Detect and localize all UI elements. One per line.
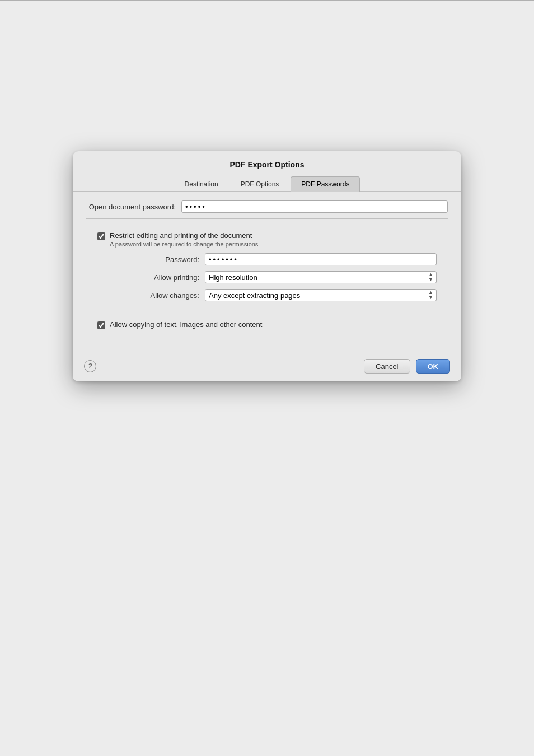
tab-destination[interactable]: Destination: [174, 176, 229, 192]
allow-copy-row: Allow copying of text, images and other …: [97, 320, 437, 329]
restrict-checkbox-sub: A password will be required to change th…: [110, 241, 258, 248]
allow-changes-select-wrapper: None Inserting, deleting and rotating pa…: [205, 289, 437, 301]
restrict-checkbox-row: Restrict editing and printing of the doc…: [97, 231, 437, 248]
restrict-checkbox[interactable]: [97, 232, 105, 240]
restrict-form-fields: Password: Allow printing: None Low resol…: [110, 253, 437, 301]
cancel-button[interactable]: Cancel: [364, 359, 410, 374]
ok-button[interactable]: OK: [416, 359, 451, 374]
permissions-password-row: Password:: [110, 253, 437, 265]
restrict-section: Restrict editing and printing of the doc…: [86, 225, 448, 315]
open-password-label: Open document password:: [86, 203, 181, 211]
dialog-title: PDF Export Options: [73, 151, 461, 176]
restrict-checkbox-label: Restrict editing and printing of the doc…: [110, 231, 258, 240]
tab-pdf-options[interactable]: PDF Options: [230, 176, 290, 192]
divider: [86, 218, 448, 219]
allow-printing-select[interactable]: None Low resolution High resolution: [205, 271, 437, 283]
allow-copy-checkbox[interactable]: [97, 321, 105, 329]
allow-printing-select-wrapper: None Low resolution High resolution ▲▼: [205, 271, 437, 283]
permissions-password-input[interactable]: [205, 253, 437, 265]
allow-copy-section: Allow copying of text, images and other …: [86, 315, 448, 340]
dialog-window: PDF Export Options Destination PDF Optio…: [73, 151, 461, 381]
top-border: [0, 0, 534, 1]
allow-changes-select[interactable]: None Inserting, deleting and rotating pa…: [205, 289, 437, 301]
allow-changes-label: Allow changes:: [110, 291, 205, 300]
allow-copy-label: Allow copying of text, images and other …: [110, 320, 262, 329]
allow-printing-row: Allow printing: None Low resolution High…: [110, 271, 437, 283]
footer-left: ?: [84, 360, 96, 372]
dialog-footer: ? Cancel OK: [73, 352, 461, 381]
open-password-input[interactable]: [181, 200, 448, 213]
help-button[interactable]: ?: [84, 360, 96, 372]
tab-bar: Destination PDF Options PDF Passwords: [73, 176, 461, 192]
allow-printing-label: Allow printing:: [110, 273, 205, 282]
allow-changes-row: Allow changes: None Inserting, deleting …: [110, 289, 437, 301]
tab-pdf-passwords[interactable]: PDF Passwords: [291, 176, 360, 192]
dialog-body: Open document password: Restrict editing…: [73, 192, 461, 352]
open-password-row: Open document password:: [86, 200, 448, 213]
permissions-password-label: Password:: [110, 255, 205, 264]
